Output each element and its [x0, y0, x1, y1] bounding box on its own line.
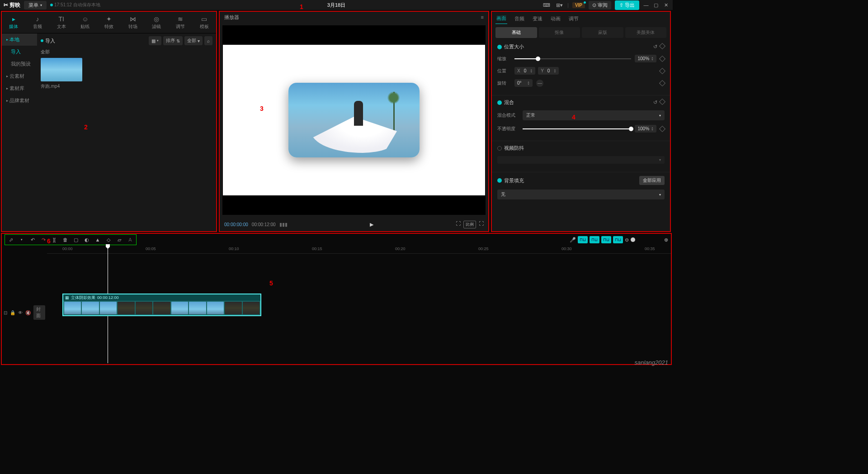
opacity-slider[interactable]: [523, 128, 631, 129]
mirror-tool[interactable]: ▲: [93, 236, 103, 244]
search-icon[interactable]: ⌕: [204, 36, 212, 45]
reverse-tool[interactable]: ◐: [82, 236, 92, 244]
lock-icon[interactable]: 🔒: [10, 310, 15, 315]
timeline-ruler[interactable]: 00:00 00:05 00:10 00:15 00:20 00:25 00:3…: [47, 246, 671, 254]
sidebar-item-brand[interactable]: ▸品牌素材: [2, 95, 37, 107]
player-viewport[interactable]: [222, 25, 486, 215]
review-button[interactable]: ⊙审阅: [589, 1, 611, 9]
undo-button[interactable]: ↶: [28, 236, 38, 244]
apply-all-button[interactable]: 全部应用: [639, 176, 665, 185]
eye-icon[interactable]: 👁: [18, 310, 23, 315]
tab-audio[interactable]: ♪音频: [26, 12, 50, 33]
frame-tool[interactable]: ▢: [71, 236, 81, 244]
subtab-beauty[interactable]: 美颜美体: [625, 27, 667, 38]
tab-transition[interactable]: ⋈转场: [121, 12, 145, 33]
scale-value[interactable]: 100%▲▼: [635, 55, 656, 62]
subtab-mask[interactable]: 蒙版: [582, 27, 623, 38]
tab-animation[interactable]: 动画: [550, 14, 561, 24]
opacity-value[interactable]: 100%▲▼: [635, 125, 656, 133]
tab-effect[interactable]: ✦特效: [97, 12, 121, 33]
minimize-icon[interactable]: —: [643, 2, 649, 8]
crop-tool[interactable]: ▱: [114, 236, 124, 244]
sidebar-item-cloud[interactable]: ▸云素材: [2, 70, 37, 82]
scale-slider[interactable]: [514, 58, 631, 59]
tab-media[interactable]: ▸媒体: [2, 12, 26, 33]
zoom-slider-thumb[interactable]: [631, 237, 635, 242]
sidebar-item-local[interactable]: ▸本地: [2, 33, 37, 46]
video-clip[interactable]: ▦立体阴影效果00:00:12:00: [62, 294, 261, 316]
tab-adjust-prop[interactable]: 调节: [568, 14, 580, 24]
keyframe-icon[interactable]: [659, 99, 665, 105]
blend-mode-select[interactable]: 正常▾: [523, 110, 665, 120]
keyframe-icon[interactable]: [659, 55, 665, 62]
mic-icon[interactable]: 🎤: [570, 237, 576, 243]
bg-fill-select[interactable]: 无▾: [497, 190, 665, 199]
layout-icon[interactable]: ⊞▾: [555, 1, 564, 9]
split-tool[interactable]: ][: [49, 236, 59, 244]
stabilize-select: ▾: [497, 156, 665, 164]
fullscreen-icon[interactable]: ⛶: [479, 221, 484, 228]
delete-tool[interactable]: 🗑: [60, 236, 70, 244]
redo-button[interactable]: ↷: [38, 236, 48, 244]
tab-audio-prop[interactable]: 音频: [514, 14, 525, 24]
sub-tabs: 基础 抠像 蒙版 美颜美体: [495, 27, 666, 38]
keyframe-icon[interactable]: [659, 125, 665, 132]
rotation-dial[interactable]: —: [536, 80, 543, 87]
zoom-fit-icon[interactable]: ⊕: [664, 237, 668, 243]
tab-text[interactable]: TI文本: [49, 12, 73, 33]
maximize-icon[interactable]: ▢: [653, 2, 659, 8]
auto-icon[interactable]: ⊡: [4, 310, 7, 315]
keyframe-icon[interactable]: [659, 80, 665, 86]
rotate-tool[interactable]: ◇: [104, 236, 113, 244]
select-tool[interactable]: ⬀: [6, 236, 16, 244]
media-filename: 奔跑.mp4: [41, 83, 212, 90]
vip-badge[interactable]: VIP: [572, 2, 585, 8]
cover-button[interactable]: 封面: [33, 305, 45, 320]
magnet-snap-icon[interactable]: ⊓⊔: [613, 236, 623, 243]
check-icon[interactable]: [497, 178, 502, 183]
tab-template[interactable]: ▭模板: [192, 12, 216, 33]
rotation-value[interactable]: 0°▲▼: [514, 79, 533, 87]
sort-button[interactable]: 排序 ⇅: [163, 36, 183, 45]
mute-icon[interactable]: 🔇: [25, 310, 31, 315]
media-item[interactable]: 奔跑.mp4: [41, 58, 212, 90]
sidebar-item-preset[interactable]: 我的预设: [2, 58, 37, 70]
volume-bars-icon[interactable]: ▮▮▮: [279, 222, 288, 228]
caption-tool[interactable]: A: [125, 236, 135, 244]
tab-adjust[interactable]: ≋调节: [169, 12, 193, 33]
tab-picture[interactable]: 画面: [495, 13, 507, 24]
ratio-button[interactable]: 比例: [463, 221, 476, 228]
import-button[interactable]: 导入: [41, 38, 55, 44]
keyframe-icon[interactable]: [659, 67, 665, 74]
tab-filter[interactable]: ◎滤镜: [145, 12, 169, 33]
zoom-out-icon[interactable]: ⊖: [625, 237, 629, 243]
filter-all-button[interactable]: 全部 ▾: [184, 36, 203, 45]
sidebar-item-import[interactable]: 导入: [2, 46, 37, 58]
reset-icon[interactable]: ↺: [653, 100, 657, 105]
subtab-cutout[interactable]: 抠像: [539, 27, 580, 38]
select-dropdown[interactable]: ▾: [17, 236, 27, 244]
play-button[interactable]: ▶: [370, 222, 373, 228]
sidebar-item-library[interactable]: ▸素材库: [2, 82, 37, 95]
subtab-basic[interactable]: 基础: [495, 27, 537, 38]
menu-button[interactable]: 菜单▾: [24, 1, 47, 9]
export-button[interactable]: ⇧导出: [615, 0, 639, 10]
pos-y-input[interactable]: Y0▲▼: [538, 67, 559, 75]
player-menu-icon[interactable]: ≡: [481, 14, 484, 20]
check-icon[interactable]: [497, 45, 502, 49]
tab-speed[interactable]: 变速: [532, 14, 543, 24]
close-icon[interactable]: ✕: [663, 2, 669, 8]
check-off-icon[interactable]: [497, 146, 502, 151]
reset-icon[interactable]: ↺: [653, 44, 657, 50]
tab-sticker[interactable]: ☺贴纸: [73, 12, 97, 33]
magnet-preview-icon[interactable]: ⊓⊔: [601, 236, 611, 243]
keyframe-icon[interactable]: [659, 43, 665, 49]
check-icon[interactable]: [497, 100, 502, 105]
keyboard-icon[interactable]: ⌨: [542, 1, 551, 9]
view-mode-button[interactable]: ▦▾: [149, 36, 161, 45]
track-area[interactable]: ▦立体阴影效果00:00:12:00: [47, 254, 671, 364]
magnet-link-icon[interactable]: ⊓⊔: [590, 236, 599, 243]
magnet-main-icon[interactable]: ⊓⊔: [578, 236, 588, 243]
pos-x-input[interactable]: X0▲▼: [514, 67, 535, 75]
crop-viewport-icon[interactable]: ⛶: [456, 221, 461, 228]
